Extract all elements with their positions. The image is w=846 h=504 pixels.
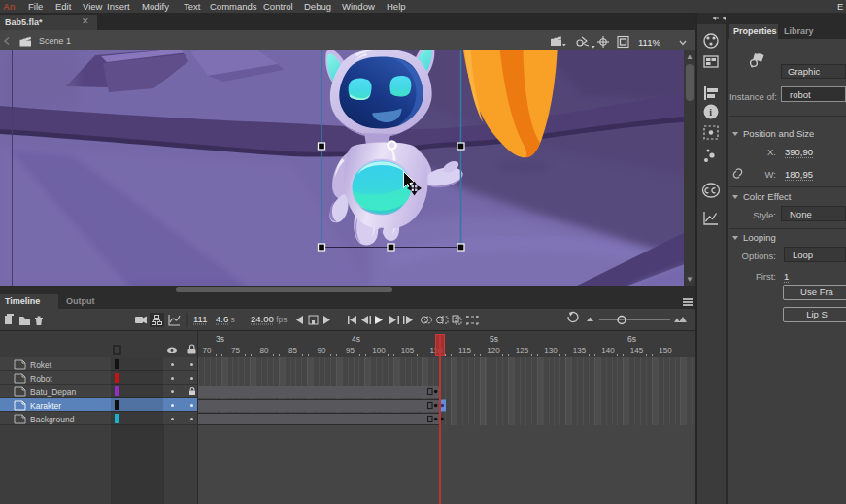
svg-text:145: 145 <box>630 346 644 354</box>
svg-text:4.6 s: 4.6 s <box>216 314 235 324</box>
svg-text:95: 95 <box>346 346 355 354</box>
svg-text:85: 85 <box>288 346 297 354</box>
svg-text:6s: 6s <box>627 334 636 344</box>
svg-text:105: 105 <box>401 346 415 354</box>
svg-text:90: 90 <box>318 346 326 354</box>
svg-text:111: 111 <box>193 314 207 324</box>
svg-text:150: 150 <box>659 346 672 354</box>
svg-text:125: 125 <box>516 346 529 354</box>
svg-text:3s: 3s <box>216 334 224 344</box>
svg-text:140: 140 <box>601 346 615 354</box>
svg-text:4s: 4s <box>352 334 360 344</box>
svg-text:24.00 fps: 24.00 fps <box>251 314 287 324</box>
svg-text:115: 115 <box>458 346 471 354</box>
svg-text:111%: 111% <box>638 37 660 48</box>
svg-text:70: 70 <box>203 346 212 354</box>
svg-text:120: 120 <box>487 346 500 354</box>
svg-text:75: 75 <box>231 346 240 354</box>
svg-text:135: 135 <box>573 346 587 354</box>
svg-text:80: 80 <box>260 346 269 354</box>
svg-text:130: 130 <box>544 346 558 354</box>
svg-text:5s: 5s <box>490 334 498 344</box>
svg-text:i: i <box>709 107 712 118</box>
svg-text:100: 100 <box>372 346 386 354</box>
